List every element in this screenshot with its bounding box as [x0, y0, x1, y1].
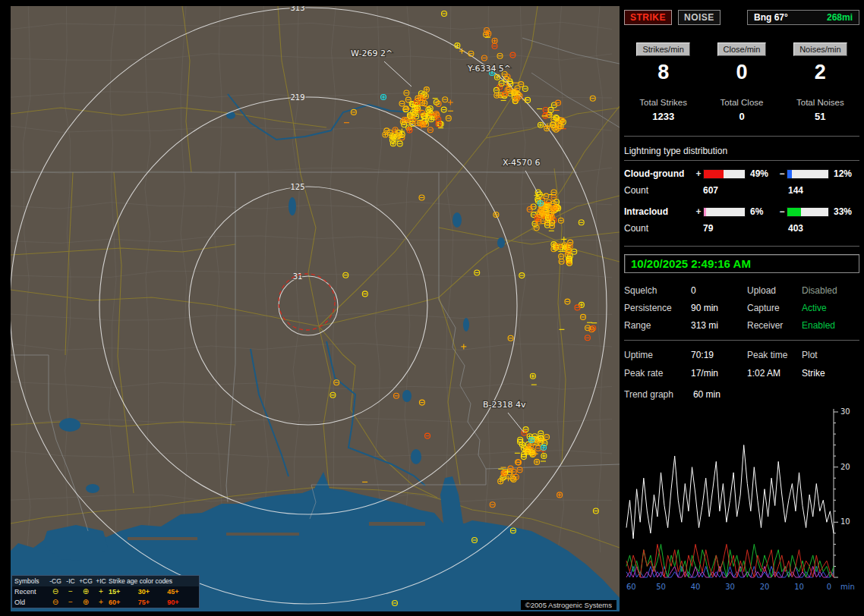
- svg-text:30: 30: [840, 407, 850, 416]
- svg-text:40: 40: [691, 583, 701, 591]
- noise-indicator[interactable]: NOISE: [678, 10, 721, 25]
- noises-per-min-value: 2: [781, 61, 859, 84]
- svg-text:30: 30: [725, 583, 735, 591]
- plot-label: Plot: [802, 350, 859, 360]
- lightning-distribution-section: Lightning type distribution Cloud-ground…: [624, 146, 859, 234]
- neg-cg-symbol-icon: ⊖: [48, 599, 63, 606]
- legend-row-recent: Recent ⊖ − ⊕ + 15+ 30+ 45+: [12, 586, 199, 597]
- svg-text:50: 50: [656, 583, 666, 591]
- legend-col-pos-cg: +CG: [78, 577, 93, 585]
- minus-sign: −: [777, 168, 787, 179]
- range-value: 313 mi: [691, 320, 747, 331]
- cg-negative-count: 144: [779, 185, 859, 196]
- total-strikes-label: Total Strikes: [624, 98, 702, 107]
- cg-negative-percent: 12%: [831, 168, 859, 179]
- cg-positive-bar: [703, 169, 746, 179]
- persistence-value: 90 min: [691, 303, 747, 313]
- squelch-label: Squelch: [624, 285, 691, 296]
- storm-cell-label: W-269 2^: [351, 49, 393, 58]
- minus-sign: −: [777, 206, 787, 217]
- uptime-label: Uptime: [624, 350, 691, 360]
- total-close-label: Total Close: [702, 98, 780, 107]
- age-code-30: 30+: [138, 588, 168, 596]
- pos-cg-symbol-icon: ⊕: [78, 599, 93, 606]
- legend-age-title: Strike age color codes: [109, 577, 197, 585]
- storm-cell-label: B-2318 4v: [483, 400, 526, 410]
- legend-symbols-title: Symbols: [14, 577, 48, 585]
- peak-time-value: 1:02 AM: [747, 368, 802, 379]
- count-label: Count: [624, 223, 694, 234]
- svg-text:20: 20: [760, 583, 770, 591]
- trend-graph: 1020306050403020100min: [624, 406, 861, 596]
- trend-graph-label: Trend graph: [624, 389, 673, 400]
- lightning-map-panel[interactable]: 31321912531W-269 2^Y-6334 5^X-4570 6B-23…: [11, 6, 620, 611]
- peak-time-label: Peak time: [747, 350, 802, 360]
- strikes-per-min-value: 8: [624, 61, 702, 84]
- count-label: Count: [624, 185, 694, 196]
- pos-ic-symbol-icon: +: [93, 588, 109, 596]
- status-grid: Uptime 70:19 Peak time Plot Peak rate 17…: [624, 350, 859, 379]
- storm-cell-label: X-4570 6: [503, 158, 540, 168]
- intracloud-label: Intracloud: [624, 206, 694, 217]
- rates-row: Strikes/min 8 Close/min 0 Noises/min 2: [624, 42, 859, 84]
- range-ring-label: 219: [290, 93, 304, 102]
- ic-negative-count: 403: [779, 223, 859, 234]
- close-per-min-value: 0: [702, 61, 780, 84]
- pos-cg-symbol-icon: ⊕: [78, 588, 93, 596]
- peak-rate-value: 17/min: [691, 368, 747, 379]
- legend-col-pos-ic: +IC: [93, 577, 109, 585]
- svg-text:0: 0: [827, 583, 831, 591]
- plus-sign: +: [694, 168, 703, 179]
- legend-col-neg-ic: -IC: [63, 577, 78, 585]
- distribution-title: Lightning type distribution: [624, 146, 859, 161]
- receiver-label: Receiver: [747, 320, 802, 331]
- capture-status: Active: [802, 303, 859, 313]
- noises-per-min-button[interactable]: Noises/min: [793, 42, 847, 56]
- plus-sign: +: [694, 206, 703, 217]
- age-code-60: 60+: [109, 599, 138, 606]
- cloud-ground-row: Cloud-ground + 49% − 12%: [624, 168, 859, 179]
- upload-label: Upload: [747, 285, 802, 296]
- strikes-per-min-button[interactable]: Strikes/min: [636, 42, 689, 56]
- capture-label: Capture: [747, 303, 802, 313]
- legend-row-old: Old ⊖ − ⊕ + 60+ 75+ 90+: [12, 597, 199, 608]
- svg-text:20: 20: [840, 463, 850, 471]
- legend-header: Symbols -CG -IC +CG +IC Strike age color…: [12, 576, 199, 586]
- cg-positive-percent: 49%: [747, 168, 777, 179]
- legend-col-neg-cg: -CG: [48, 577, 63, 585]
- ic-positive-count: 79: [694, 223, 779, 234]
- pos-ic-symbol-icon: +: [93, 599, 109, 606]
- trend-graph-header: Trend graph 60 min: [624, 389, 859, 400]
- map-legend: Symbols -CG -IC +CG +IC Strike age color…: [11, 575, 200, 608]
- ic-negative-bar: [787, 207, 829, 217]
- age-code-45: 45+: [167, 588, 197, 596]
- svg-text:10: 10: [840, 517, 850, 526]
- ic-positive-percent: 6%: [747, 206, 777, 217]
- cg-negative-bar: [787, 169, 829, 179]
- age-code-75: 75+: [138, 599, 168, 606]
- ic-count-row: Count 79 403: [624, 223, 859, 234]
- total-noises-label: Total Noises: [781, 98, 859, 107]
- uptime-value: 70:19: [691, 350, 747, 360]
- total-close-value: 0: [702, 111, 780, 122]
- settings-grid: Squelch 0 Upload Disabled Persistence 90…: [624, 285, 859, 331]
- squelch-value: 0: [691, 285, 747, 296]
- divider: [624, 340, 859, 341]
- neg-cg-symbol-icon: ⊖: [48, 588, 63, 596]
- map-view[interactable]: 31321912531W-269 2^Y-6334 5^X-4570 6B-23…: [11, 6, 620, 611]
- close-per-min-button[interactable]: Close/min: [717, 42, 767, 56]
- cloud-ground-label: Cloud-ground: [624, 168, 694, 179]
- cg-count-row: Count 607 144: [624, 185, 859, 196]
- neg-ic-symbol-icon: −: [63, 588, 78, 596]
- indicator-bar: STRIKE NOISE Bng 67° 268mi: [624, 9, 859, 26]
- total-noises-value: 51: [781, 111, 859, 122]
- persistence-label: Persistence: [624, 303, 691, 313]
- legend-old-label: Old: [14, 599, 48, 606]
- storm-cell-label: Y-6334 5^: [467, 64, 511, 74]
- copyright-text: ©2005 Astrogenic Systems: [521, 600, 616, 610]
- datetime-display: 10/20/2025 2:49:16 AM: [624, 254, 859, 273]
- peak-rate-label: Peak rate: [624, 368, 691, 379]
- plot-value: Strike: [802, 368, 859, 379]
- age-code-15: 15+: [109, 588, 138, 596]
- strike-indicator[interactable]: STRIKE: [624, 10, 672, 25]
